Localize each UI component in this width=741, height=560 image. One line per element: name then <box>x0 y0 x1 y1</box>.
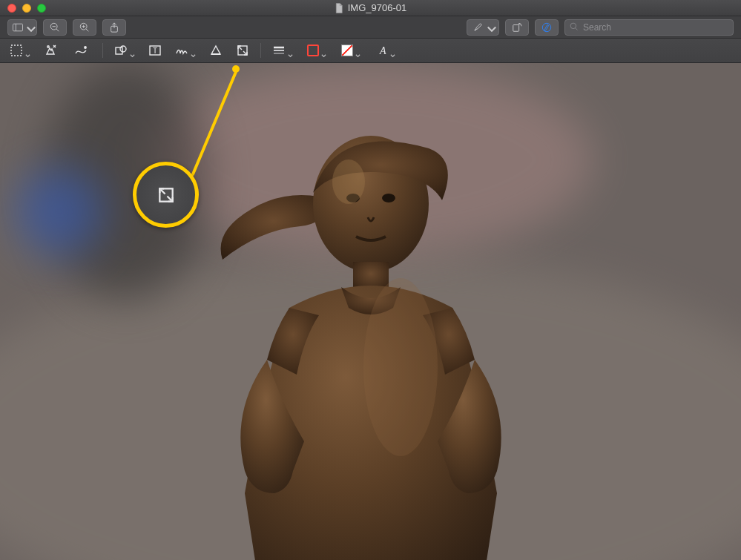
adjust-color-button[interactable] <box>207 42 225 59</box>
svg-line-43 <box>167 196 171 200</box>
chevron-down-icon <box>390 48 395 53</box>
window-titlebar: IMG_9706-01 <box>0 0 741 16</box>
rotate-button[interactable] <box>505 19 529 36</box>
document-icon <box>335 3 343 13</box>
shapes-button[interactable] <box>112 42 137 59</box>
svg-line-42 <box>160 189 165 194</box>
toolbar-separator <box>260 43 261 58</box>
chevron-down-icon <box>487 24 493 30</box>
svg-line-6 <box>86 28 88 30</box>
chevron-down-icon <box>355 48 360 53</box>
close-window-button[interactable] <box>7 4 16 13</box>
svg-rect-0 <box>13 24 22 31</box>
main-toolbar <box>0 16 741 39</box>
svg-line-3 <box>56 28 59 30</box>
markup-toggle-button[interactable] <box>535 19 559 36</box>
svg-rect-11 <box>513 24 519 31</box>
search-field[interactable] <box>564 19 734 36</box>
draw-tool-button[interactable] <box>68 42 93 59</box>
font-style-button[interactable]: A <box>372 42 398 59</box>
chevron-down-icon <box>26 24 32 30</box>
svg-line-14 <box>576 27 578 30</box>
svg-line-28 <box>243 51 246 54</box>
window-title-text: IMG_9706-01 <box>348 2 407 13</box>
fill-color-button[interactable] <box>338 42 363 59</box>
chevron-down-icon <box>130 48 135 53</box>
chevron-down-icon <box>191 48 196 53</box>
chevron-down-icon <box>288 48 293 53</box>
zoom-in-button[interactable] <box>73 19 96 36</box>
window-title: IMG_9706-01 <box>335 2 407 13</box>
svg-text:T: T <box>153 47 157 55</box>
svg-line-27 <box>239 47 242 50</box>
svg-point-19 <box>85 47 86 48</box>
instant-alpha-button[interactable] <box>42 42 59 59</box>
svg-point-16 <box>47 46 49 47</box>
chevron-down-icon <box>321 48 326 53</box>
highlight-button[interactable] <box>467 19 499 36</box>
adjust-size-button[interactable] <box>234 42 251 59</box>
adjust-size-icon <box>157 185 176 205</box>
selection-tool-button[interactable] <box>7 42 33 59</box>
sign-button[interactable] <box>173 42 198 59</box>
fill-color-swatch <box>341 45 353 56</box>
svg-rect-15 <box>11 45 22 56</box>
search-input[interactable] <box>583 22 728 33</box>
annotation-highlight-circle <box>133 162 199 228</box>
svg-point-21 <box>120 46 126 52</box>
text-tool-button[interactable]: T <box>146 42 164 59</box>
fullscreen-window-button[interactable] <box>37 4 46 13</box>
markup-toolbar: T A <box>0 39 741 63</box>
svg-point-37 <box>332 159 365 204</box>
background-region <box>15 167 104 256</box>
svg-point-36 <box>382 194 395 202</box>
image-canvas[interactable] <box>0 63 741 560</box>
stroke-color-swatch <box>307 45 319 56</box>
svg-text:A: A <box>379 45 386 56</box>
window-controls <box>0 4 46 13</box>
share-button[interactable] <box>102 19 126 36</box>
svg-marker-24 <box>211 46 220 54</box>
toolbar-separator <box>102 43 103 58</box>
minimize-window-button[interactable] <box>22 4 31 13</box>
image-subject <box>148 63 593 560</box>
svg-point-13 <box>570 23 576 29</box>
sidebar-toggle-button[interactable] <box>7 19 37 36</box>
svg-point-12 <box>542 23 550 31</box>
chevron-down-icon <box>25 48 30 53</box>
search-icon <box>570 21 579 34</box>
zoom-out-button[interactable] <box>43 19 67 36</box>
svg-point-38 <box>363 278 438 456</box>
stroke-color-button[interactable] <box>304 42 329 59</box>
line-style-button[interactable] <box>270 42 295 59</box>
